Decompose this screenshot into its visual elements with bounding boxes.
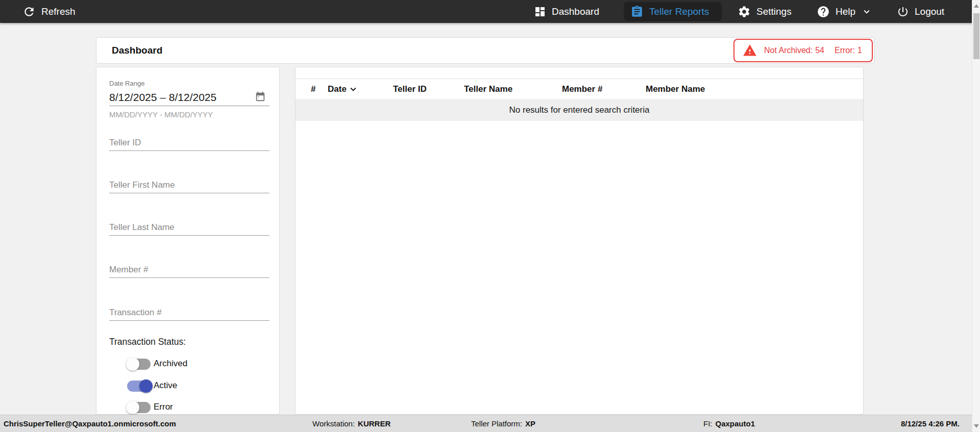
- teller-id-input[interactable]: [109, 135, 270, 151]
- page-title: Dashboard: [112, 38, 162, 63]
- date-format-hint: MM/DD/YYYY - MM/DD/YYYY: [109, 110, 213, 119]
- calendar-icon[interactable]: [255, 91, 266, 102]
- archived-toggle-label: Archived: [154, 359, 187, 369]
- nav-item-label: Logout: [915, 6, 944, 17]
- nav-item-dashboard[interactable]: Dashboard: [534, 0, 599, 23]
- date-range-input[interactable]: [109, 89, 270, 106]
- clipboard-icon: [630, 5, 644, 18]
- results-table-panel: # Date Teller ID Teller Name Member # Me…: [295, 67, 864, 415]
- teller-first-name-input[interactable]: [109, 177, 270, 193]
- help-icon: [817, 5, 830, 18]
- nav-item-label: Dashboard: [552, 6, 599, 17]
- archived-toggle[interactable]: [127, 359, 151, 370]
- scrollbar-thumb[interactable]: [973, 13, 979, 59]
- chevron-down-icon: [861, 6, 872, 17]
- power-icon: [897, 6, 909, 18]
- column-header-teller-id[interactable]: Teller ID: [393, 84, 464, 94]
- column-header-member-name[interactable]: Member Name: [646, 84, 863, 94]
- transaction-status-label: Transaction Status:: [109, 337, 186, 347]
- teller-last-name-input[interactable]: [109, 220, 270, 236]
- teller-platform-info: Teller Platform:XP: [471, 415, 535, 432]
- sort-chevron-down-icon: [348, 84, 359, 95]
- archive-error-alert-badge[interactable]: Not Archived:54 Error:1: [733, 39, 873, 62]
- gear-icon: [738, 5, 751, 18]
- not-archived-count: Not Archived:54: [764, 46, 824, 55]
- nav-item-teller-reports[interactable]: Teller Reports: [624, 2, 722, 21]
- column-header-teller-name[interactable]: Teller Name: [464, 84, 562, 94]
- column-header-date[interactable]: Date: [328, 84, 393, 95]
- error-toggle-label: Error: [154, 402, 173, 412]
- refresh-button[interactable]: Refresh: [22, 0, 76, 23]
- results-table-header: # Date Teller ID Teller Name Member # Me…: [296, 79, 863, 99]
- active-toggle-label: Active: [154, 380, 177, 391]
- logged-in-user: ChrisSuperTeller@Qaxpauto1.onmicrosoft.c…: [4, 415, 176, 432]
- member-number-input[interactable]: [109, 262, 270, 278]
- workstation-info: Workstation:KURRER: [312, 415, 390, 432]
- current-timestamp: 8/12/25 4:26 PM.: [901, 415, 960, 432]
- no-results-message: No results for entered search criteria: [509, 105, 650, 115]
- nav-item-logout[interactable]: Logout: [897, 0, 944, 23]
- active-toggle[interactable]: [127, 380, 151, 392]
- column-header-member-number[interactable]: Member #: [562, 84, 646, 94]
- toggle-row-archived: Archived: [96, 358, 279, 371]
- toggle-thumb: [126, 358, 139, 371]
- nav-item-help[interactable]: Help: [817, 0, 872, 23]
- vertical-scrollbar[interactable]: [972, 0, 980, 432]
- refresh-label: Refresh: [41, 6, 76, 17]
- date-range-label: Date Range: [109, 80, 144, 87]
- nav-item-label: Help: [836, 6, 855, 17]
- scroll-down-arrow-icon[interactable]: [974, 424, 979, 428]
- search-filters-panel: Date Range MM/DD/YYYY - MM/DD/YYYY Trans…: [96, 67, 280, 415]
- nav-item-label: Settings: [756, 6, 792, 17]
- toggle-row-error: Error: [96, 401, 279, 414]
- error-toggle[interactable]: [127, 402, 151, 413]
- toggle-thumb: [139, 379, 153, 393]
- warning-triangle-icon: [743, 43, 757, 58]
- dashboard-grid-icon: [534, 6, 546, 18]
- toggle-row-active: Active: [96, 379, 279, 393]
- fi-info: FI:Qaxpauto1: [703, 415, 755, 432]
- no-results-row: No results for entered search criteria: [296, 99, 863, 121]
- toggle-thumb: [126, 401, 139, 414]
- column-header-number[interactable]: #: [311, 84, 328, 94]
- scroll-up-arrow-icon[interactable]: [974, 4, 979, 8]
- transaction-number-input[interactable]: [109, 305, 270, 321]
- nav-item-settings[interactable]: Settings: [738, 0, 792, 23]
- status-bar: ChrisSuperTeller@Qaxpauto1.onmicrosoft.c…: [0, 415, 980, 432]
- top-navigation-bar: Refresh Dashboard Teller Reports Setting…: [0, 0, 980, 23]
- nav-item-label: Teller Reports: [649, 6, 709, 17]
- refresh-icon: [22, 5, 36, 18]
- error-count: Error:1: [835, 46, 862, 55]
